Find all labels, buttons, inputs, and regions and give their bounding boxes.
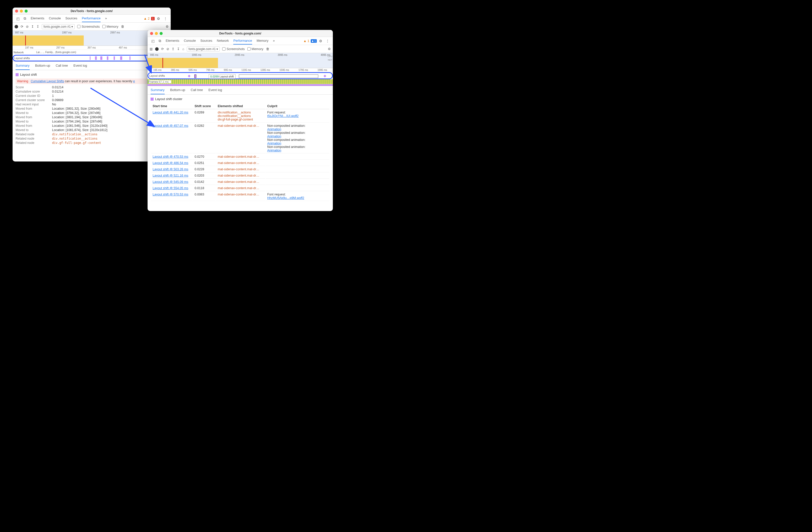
gc-icon[interactable]: 🗑 xyxy=(121,25,124,28)
tab-calltree[interactable]: Call tree xyxy=(191,86,203,94)
device-icon[interactable]: ⧉ xyxy=(157,38,163,44)
perf-toolbar: ▥ ⟳ ⊘ ↥ ↧ ⌂ fonts.google.com #1 ▾ Screen… xyxy=(148,45,333,53)
element-link[interactable]: mat-sidenav-content.mat-dr… xyxy=(218,193,264,196)
overview-timeline[interactable]: 995 ms 1995 ms 2995 ms 3995 ms 4995 ms C… xyxy=(148,53,333,68)
tab-performance[interactable]: Performance xyxy=(82,15,101,22)
element-link[interactable]: mat-sidenav-content.mat-dr… xyxy=(218,168,264,171)
layout-shifts-track[interactable]: Layout shifts ◆ 0.0269 Layout shift ◆ xyxy=(148,73,332,79)
element-link[interactable]: mat-sidenav-content.mat-dr… xyxy=(218,174,264,177)
perf-settings-icon[interactable]: ⚙ xyxy=(328,47,331,51)
devtools-window-old: DevTools - fonts.google.com/ ◰ ⧉ Element… xyxy=(13,8,171,162)
tab-network[interactable]: Network xyxy=(217,37,229,44)
table-row: Layout shift @ 486.54 ms0.0251mat-sidena… xyxy=(151,160,329,166)
layout-shift-link[interactable]: Layout shift @ 470.53 ms xyxy=(153,155,188,158)
clear-icon[interactable]: ⊘ xyxy=(26,25,29,28)
warning-badge[interactable]: ▲ 2 xyxy=(144,17,149,20)
tabs-more[interactable]: » xyxy=(273,37,275,44)
element-link[interactable]: mat-sidenav-content.mat-dr… xyxy=(218,155,264,158)
settings-icon[interactable]: ⚙ xyxy=(317,38,324,44)
element-link[interactable]: mat-sidenav-content.mat-dr… xyxy=(218,124,264,127)
upload-icon[interactable]: ↥ xyxy=(172,47,174,51)
tab-sources[interactable]: Sources xyxy=(66,15,77,22)
download-icon[interactable]: ↧ xyxy=(177,47,180,51)
screenshots-checkbox[interactable]: Screenshots xyxy=(77,25,100,28)
screenshots-checkbox[interactable]: Screenshots xyxy=(222,47,245,51)
culprit-link[interactable]: t5sJIQcYNI…IUI.woff2 xyxy=(267,114,299,118)
inspect-icon[interactable]: ◰ xyxy=(15,15,21,22)
clear-icon[interactable]: ⊘ xyxy=(166,47,169,51)
related-node-link[interactable]: div.notification__actions xyxy=(52,137,98,140)
menu-icon[interactable]: ⋮ xyxy=(324,38,331,44)
element-link[interactable]: mat-sidenav-content.mat-dr… xyxy=(218,161,264,165)
layout-shift-link[interactable]: Layout shift @ 486.54 ms xyxy=(153,161,188,165)
overview-timeline[interactable]: 997 ms 1997 ms 2997 ms 3997 ms xyxy=(13,31,171,46)
recording-selector[interactable]: fonts.google.com #1 ▾ xyxy=(187,46,220,52)
warning-badge[interactable]: ▲ 1 xyxy=(303,39,309,43)
settings-icon[interactable]: ⚙ xyxy=(155,15,162,22)
culprit-link[interactable]: HhzMU5Ak9u…p9M.woff2 xyxy=(267,196,304,200)
panel-tabs: Elements Console Sources Performance » xyxy=(31,15,107,22)
table-row: Layout shift @ 457.07 ms0.0282mat-sidena… xyxy=(151,123,329,153)
layout-shift-link[interactable]: Layout shift @ 545.09 ms xyxy=(153,180,188,184)
tab-eventlog[interactable]: Event log xyxy=(73,61,87,70)
tab-elements[interactable]: Elements xyxy=(31,15,44,22)
layout-shift-link[interactable]: Layout shift @ 588.68 ms xyxy=(153,202,188,203)
upload-icon[interactable]: ↥ xyxy=(31,25,34,28)
home-icon[interactable]: ⌂ xyxy=(182,47,184,51)
layout-shift-link[interactable]: Layout shift @ 570.53 ms xyxy=(153,193,188,196)
details-pane: Layout shift cluster Start time Shift sc… xyxy=(148,95,333,203)
perf-settings-icon[interactable]: ⚙ xyxy=(166,25,169,28)
sidebar-icon[interactable]: ▥ xyxy=(149,47,153,51)
reload-icon[interactable]: ⟳ xyxy=(20,25,24,28)
inspect-icon[interactable]: ◰ xyxy=(149,38,156,44)
tab-console[interactable]: Console xyxy=(49,15,61,22)
memory-checkbox[interactable]: Memory xyxy=(247,47,263,51)
animation-link[interactable]: Animation xyxy=(267,127,281,131)
related-node-link[interactable]: div.gf-full-page.gf-content xyxy=(52,141,101,145)
details-tabs: Summary Bottom-up Call tree Event log xyxy=(148,86,333,95)
related-node-link[interactable]: div.notification__actions xyxy=(52,132,98,136)
table-row: Layout shift @ 470.53 ms0.0270mat-sidena… xyxy=(151,154,329,160)
tab-bottomup[interactable]: Bottom-up xyxy=(35,61,50,70)
tab-calltree[interactable]: Call tree xyxy=(56,61,68,70)
tab-elements[interactable]: Elements xyxy=(166,37,179,44)
element-link[interactable]: div.gf-full-page.gf-content xyxy=(218,118,264,121)
layout-shift-link[interactable]: Layout shift @ 521.16 ms xyxy=(153,174,188,177)
layout-shift-link[interactable]: Layout shift @ 554.05 ms xyxy=(153,186,188,190)
menu-icon[interactable]: ⋮ xyxy=(162,15,169,22)
tab-memory[interactable]: Memory xyxy=(257,37,269,44)
element-link[interactable]: div.notification__actions xyxy=(218,114,264,118)
error-badge[interactable]: 1 xyxy=(151,17,155,20)
element-link[interactable]: mat-sidenav-content.mat-dr… xyxy=(218,186,264,190)
cls-more[interactable]: e xyxy=(133,80,135,83)
recording-selector[interactable]: fonts.google.com #1 ▾ xyxy=(42,24,75,29)
record-icon[interactable] xyxy=(155,47,159,51)
gc-icon[interactable]: 🗑 xyxy=(266,47,269,51)
animation-link[interactable]: Animation xyxy=(267,135,281,138)
device-icon[interactable]: ⧉ xyxy=(21,15,28,22)
table-row: Layout shift @ 554.05 ms0.0118mat-sidena… xyxy=(151,185,329,191)
animation-link[interactable]: Animation xyxy=(267,142,281,145)
tabs-more[interactable]: » xyxy=(105,15,107,22)
reload-icon[interactable]: ⟳ xyxy=(161,47,164,51)
svg-line-3 xyxy=(90,88,153,126)
animation-link[interactable]: Animation xyxy=(267,149,281,152)
frames-track[interactable]: Frames 67.1 ms xyxy=(148,79,333,84)
element-link[interactable]: mat-sidenav-content.mat-dr… xyxy=(218,180,264,184)
tab-eventlog[interactable]: Event log xyxy=(208,86,222,94)
layout-shift-link[interactable]: Layout shift @ 503.26 ms xyxy=(153,168,188,171)
cls-link[interactable]: Cumulative Layout Shifts xyxy=(31,80,64,83)
window-title: DevTools - fonts.google.com/ xyxy=(148,32,333,35)
download-icon[interactable]: ↧ xyxy=(37,25,39,28)
element-link[interactable]: div.notification__actions xyxy=(218,111,264,114)
tab-performance[interactable]: Performance xyxy=(233,37,252,44)
memory-checkbox[interactable]: Memory xyxy=(102,25,118,28)
record-icon[interactable] xyxy=(15,25,18,28)
tab-console[interactable]: Console xyxy=(184,37,196,44)
flamegraph[interactable]: 195 ms 395 ms 595 ms 795 ms 995 ms 1195 … xyxy=(148,68,333,86)
window-title: DevTools - fonts.google.com/ xyxy=(13,9,171,13)
tab-summary[interactable]: Summary xyxy=(16,61,30,70)
info-badge[interactable]: ■ 1 xyxy=(311,39,317,43)
tab-bottomup[interactable]: Bottom-up xyxy=(170,86,185,94)
tab-sources[interactable]: Sources xyxy=(200,37,213,44)
